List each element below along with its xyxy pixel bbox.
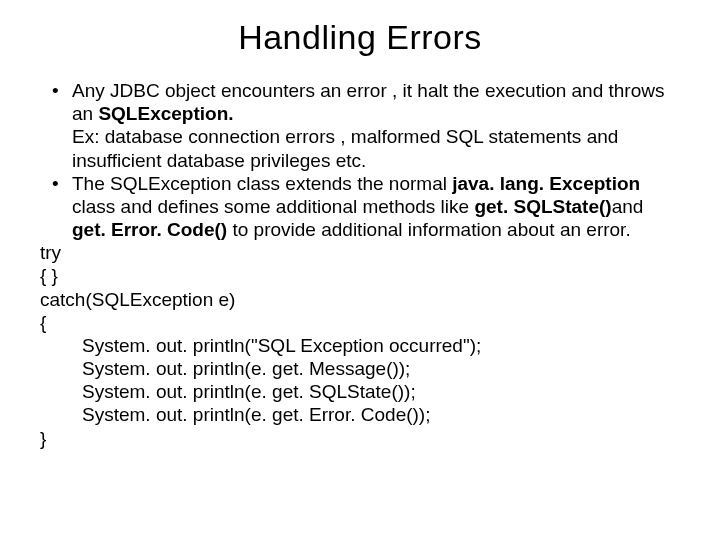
page-title: Handling Errors bbox=[40, 18, 680, 57]
code-line-7: System. out. println(e. get. SQLState())… bbox=[40, 380, 680, 403]
bullet-2-bold1: java. lang. Exception bbox=[452, 173, 640, 194]
bullet-1: Any JDBC object encounters an error , it… bbox=[40, 79, 680, 125]
bullet-2-d: to provide additional information about … bbox=[227, 219, 630, 240]
content-body: Any JDBC object encounters an error , it… bbox=[40, 79, 680, 450]
code-line-1: try bbox=[40, 241, 680, 264]
code-line-3: catch(SQLException e) bbox=[40, 288, 680, 311]
bullet-list: Any JDBC object encounters an error , it… bbox=[40, 79, 680, 125]
bullet-2-c: and bbox=[612, 196, 644, 217]
code-line-4: { bbox=[40, 311, 680, 334]
bullet-1-bold: SQLException. bbox=[98, 103, 233, 124]
bullet-list-2: The SQLException class extends the norma… bbox=[40, 172, 680, 242]
code-line-9: } bbox=[40, 427, 680, 450]
bullet-2-bold3: get. Error. Code() bbox=[72, 219, 227, 240]
code-line-2: { } bbox=[40, 264, 680, 287]
code-line-6: System. out. println(e. get. Message()); bbox=[40, 357, 680, 380]
code-line-8: System. out. println(e. get. Error. Code… bbox=[40, 403, 680, 426]
bullet-2: The SQLException class extends the norma… bbox=[40, 172, 680, 242]
slide: Handling Errors Any JDBC object encounte… bbox=[0, 0, 720, 540]
bullet-2-bold2: get. SQLState() bbox=[474, 196, 611, 217]
code-line-5: System. out. println("SQL Exception occu… bbox=[40, 334, 680, 357]
bullet-1-example: Ex: database connection errors , malform… bbox=[40, 125, 680, 171]
bullet-2-a: The SQLException class extends the norma… bbox=[72, 173, 452, 194]
bullet-2-b: class and defines some additional method… bbox=[72, 196, 474, 217]
